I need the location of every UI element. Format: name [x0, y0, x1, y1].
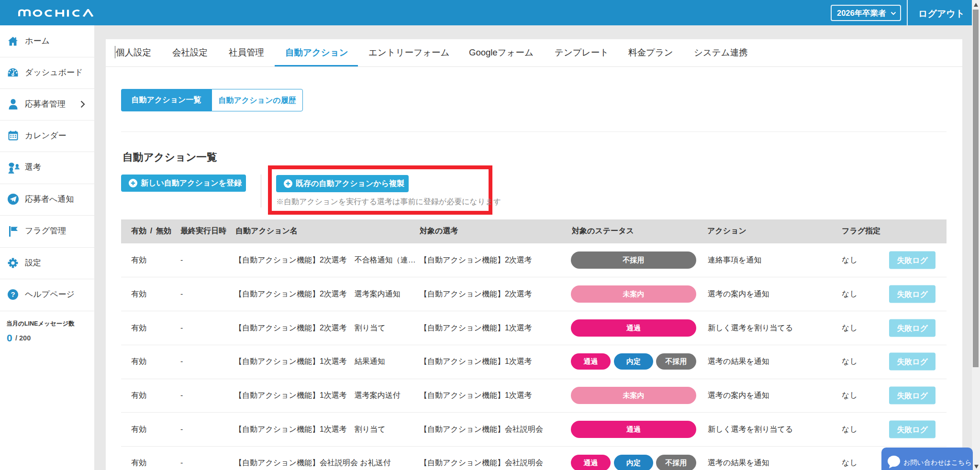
svg-text:?: ?	[11, 290, 15, 298]
